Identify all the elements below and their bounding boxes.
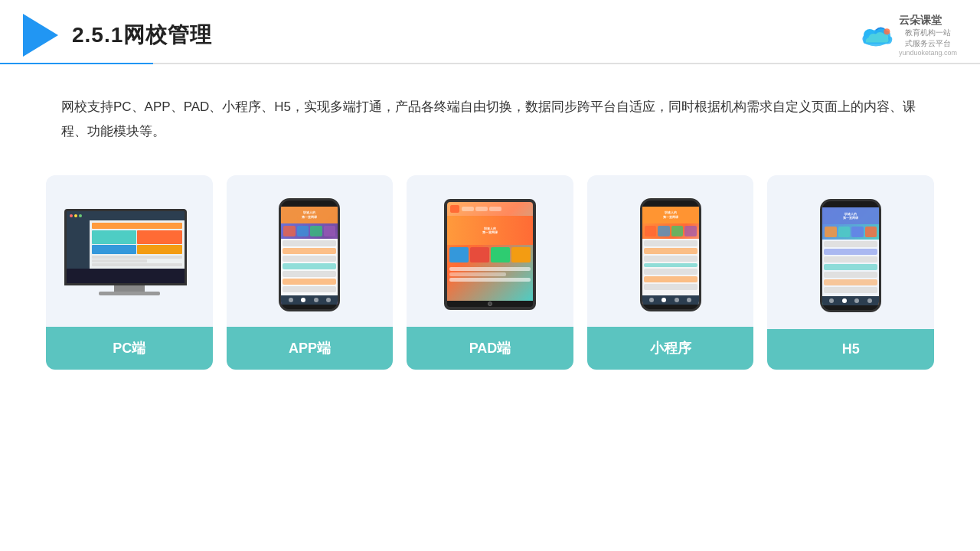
cloud-icon bbox=[858, 23, 894, 47]
card-pc: PC端 bbox=[46, 175, 213, 370]
brand-url: yunduoketang.com bbox=[899, 49, 957, 57]
card-app: 职途人的第一堂网课 bbox=[227, 175, 394, 370]
card-pad-label: PAD端 bbox=[407, 327, 573, 370]
card-pad-image: 职途人的第一堂网课 bbox=[407, 191, 573, 327]
card-app-label: APP端 bbox=[227, 327, 394, 370]
device-h5-phone: 职途人的第一堂网课 bbox=[820, 199, 881, 312]
brand-text-group: 云朵课堂 教育机构一站式服务云平台 yunduoketang.com bbox=[899, 14, 957, 57]
cards-container: PC端 职途人的第一堂网课 bbox=[46, 175, 934, 370]
device-mini-phone: 职途人的第一堂网课 bbox=[640, 198, 701, 311]
brand-subtitle: 教育机构一站式服务云平台 bbox=[899, 28, 957, 49]
pc-screen bbox=[64, 209, 187, 285]
card-pad: 职途人的第一堂网课 bbox=[407, 175, 573, 370]
card-pc-image bbox=[46, 191, 213, 327]
card-miniprogram-image: 职途人的第一堂网课 bbox=[587, 191, 754, 327]
brand-logo: 云朵课堂 教育机构一站式服务云平台 yunduoketang.com bbox=[858, 14, 957, 57]
h5-screen: 职途人的第一堂网课 bbox=[822, 207, 879, 305]
card-h5-image: 职途人的第一堂网课 bbox=[767, 191, 934, 329]
device-app-phone: 职途人的第一堂网课 bbox=[279, 198, 340, 311]
logo-triangle bbox=[23, 14, 58, 57]
svg-point-6 bbox=[884, 28, 890, 34]
tablet-screen: 职途人的第一堂网课 bbox=[447, 202, 533, 301]
mini-screen: 职途人的第一堂网课 bbox=[642, 207, 699, 305]
description-text: 网校支持PC、APP、PAD、小程序、H5，实现多端打通，产品各终端自由切换，数… bbox=[61, 95, 919, 145]
header-divider bbox=[0, 63, 980, 64]
card-miniprogram-label: 小程序 bbox=[587, 327, 754, 370]
brand-name: 云朵课堂 bbox=[899, 14, 957, 28]
header: 2.5.1网校管理 云朵课堂 教育机构一站式服务云平台 yunduoketang… bbox=[0, 0, 980, 57]
device-tablet: 职途人的第一堂网课 bbox=[444, 199, 536, 310]
brand-icon: 云朵课堂 教育机构一站式服务云平台 yunduoketang.com bbox=[858, 14, 957, 57]
card-miniprogram: 职途人的第一堂网课 bbox=[587, 175, 754, 370]
phone-screen: 职途人的第一堂网课 bbox=[281, 207, 338, 305]
card-app-image: 职途人的第一堂网课 bbox=[227, 191, 394, 327]
device-pc bbox=[64, 209, 194, 301]
page-title: 2.5.1网校管理 bbox=[72, 21, 212, 50]
card-h5: 职途人的第一堂网课 bbox=[767, 175, 934, 370]
card-pc-label: PC端 bbox=[46, 327, 213, 370]
card-h5-label: H5 bbox=[767, 329, 934, 370]
